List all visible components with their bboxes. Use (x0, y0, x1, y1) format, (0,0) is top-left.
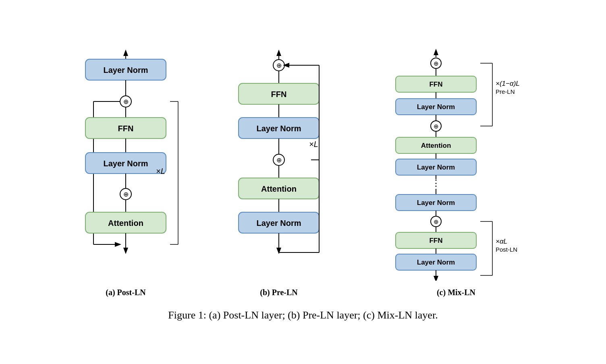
diagram-mix-ln: ⊕ FFN Layer Norm ⊕ Attention (367, 47, 545, 297)
pre-ln-svg: ⊕ FFN Layer Norm ⊕ A (214, 47, 343, 281)
dots-mix: ⋮ (432, 178, 440, 188)
plus-mid-pre: ⊕ (276, 157, 282, 163)
attn-label: Attention (108, 219, 143, 228)
pre-ln-label-mix: Pre-LN (496, 88, 515, 95)
ln-pre-top-mix: Layer Norm (417, 103, 455, 111)
multiplier-post-mix: ×αL (496, 238, 507, 245)
ln-mid-label: Layer Norm (103, 159, 148, 168)
plus-2-mix: ⊕ (434, 123, 439, 130)
pre-ln-label: (b) Pre-LN (260, 288, 298, 297)
plus2: ⊕ (123, 191, 129, 198)
mix-ln-svg: ⊕ FFN Layer Norm ⊕ Attention (367, 47, 545, 281)
post-ln-label: (a) Post-LN (106, 288, 145, 297)
plus1: ⊕ (123, 98, 129, 105)
ln-post-top-mix: Layer Norm (417, 199, 455, 207)
plus-top-mix: ⊕ (434, 60, 439, 67)
multiplier-pre-mix: ×(1−α)L (496, 80, 520, 87)
attn-pre-label: Attention (261, 184, 297, 193)
attn-pre-mix: Attention (421, 142, 451, 149)
post-ln-svg: Layer Norm ⊕ FFN Layer Norm (61, 47, 190, 281)
diagrams-row: Layer Norm ⊕ FFN Layer Norm (0, 47, 606, 297)
ffn-pre-label: FFN (271, 90, 287, 99)
multiplier-pre-label: ×L (309, 140, 318, 149)
main-container: Layer Norm ⊕ FFN Layer Norm (0, 39, 606, 325)
post-ln-label-mix: Post-LN (496, 246, 517, 253)
ffn-post-mix: FFN (429, 237, 442, 244)
plus-post-mix: ⊕ (434, 218, 439, 225)
ln-upper-pre-label: Layer Norm (256, 124, 301, 133)
mix-ln-label: (c) Mix-LN (437, 288, 475, 297)
ln-bot-pre-label: Layer Norm (256, 219, 301, 228)
ffn-top-mix: FFN (429, 81, 442, 88)
ln-post-bot-mix: Layer Norm (417, 259, 455, 266)
plus-top-pre: ⊕ (276, 62, 282, 69)
ffn-label: FFN (118, 124, 134, 133)
diagram-post-ln: Layer Norm ⊕ FFN Layer Norm (61, 47, 190, 297)
ln-pre-bot-mix: Layer Norm (417, 163, 455, 171)
diagram-pre-ln: ⊕ FFN Layer Norm ⊕ A (214, 47, 343, 297)
multiplier-label: ×L (156, 167, 165, 176)
ln-top-label: Layer Norm (103, 66, 148, 74)
figure-caption: Figure 1: (a) Post-LN layer; (b) Pre-LN … (168, 309, 438, 321)
